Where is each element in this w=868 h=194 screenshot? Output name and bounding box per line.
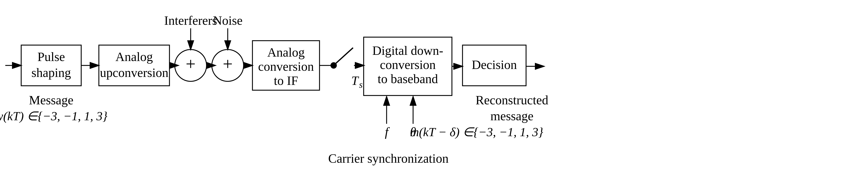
message-out-label: message xyxy=(490,109,533,123)
ts-label: T xyxy=(351,74,359,88)
pulse-shaping-label2: shaping xyxy=(31,65,71,80)
analog-upconversion-label2: upconversion xyxy=(100,65,168,80)
analog-upconversion-label1: Analog xyxy=(116,50,153,64)
analog-conversion-label3: to IF xyxy=(274,74,298,88)
f-label: f xyxy=(385,125,390,139)
reconstructed-label: Reconstructed xyxy=(475,93,548,107)
carrier-sync-label: Carrier synchronization xyxy=(328,151,448,166)
diagram-container: Pulse shaping Analog upconversion + + An… xyxy=(0,0,868,194)
noise-label: Noise xyxy=(213,13,243,28)
analog-conversion-label2: conversion xyxy=(258,59,314,74)
adder2-plus: + xyxy=(223,54,232,74)
adder1-plus: + xyxy=(186,54,195,74)
analog-conversion-label1: Analog xyxy=(267,45,305,59)
message-label: Message xyxy=(29,93,73,107)
pulse-shaping-label1: Pulse xyxy=(37,50,65,64)
ts-subscript: s xyxy=(359,80,363,90)
digital-downconversion-label1: Digital down- xyxy=(372,44,443,58)
mkt-label: m(kT − δ) ∈{−3, −1, 1, 3} xyxy=(410,125,544,139)
switch-arm xyxy=(335,48,353,64)
wkt-label: w(kT) ∈{−3, −1, 1, 3} xyxy=(0,109,107,123)
interferers-label: Interferers xyxy=(164,13,217,28)
digital-downconversion-label2: conversion xyxy=(380,58,436,72)
decision-label: Decision xyxy=(472,58,517,72)
digital-downconversion-label3: to baseband xyxy=(378,72,438,86)
